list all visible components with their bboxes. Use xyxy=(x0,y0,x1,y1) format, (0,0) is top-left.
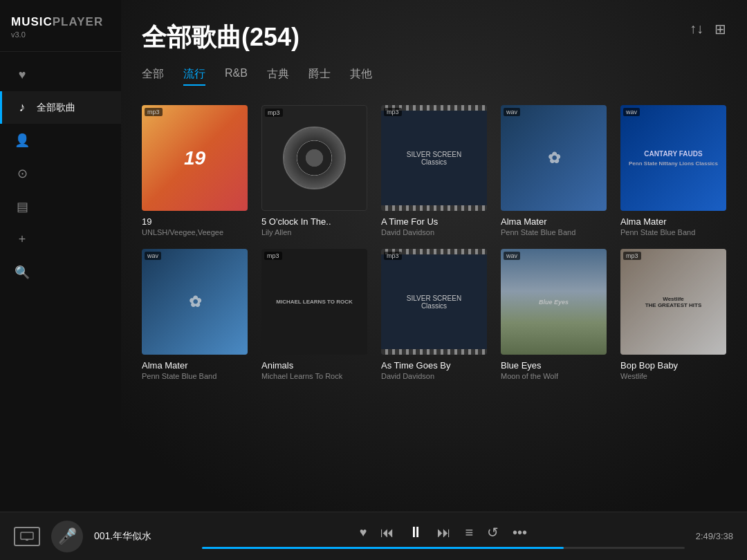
format-badge: mp3 xyxy=(623,252,641,260)
person-icon: 👤 xyxy=(15,133,30,148)
search-icon: 🔍 xyxy=(15,265,30,280)
format-badge: mp3 xyxy=(384,252,402,260)
album-artist: David Davidson xyxy=(381,372,487,380)
app-logo: MUSICPLAYER v3.0 xyxy=(0,0,121,52)
album-title: As Time Goes By xyxy=(381,360,487,371)
disc-icon: ⊙ xyxy=(15,166,30,181)
progress-fill xyxy=(202,547,564,549)
playlist-button[interactable]: ≡ xyxy=(465,525,473,541)
heart-icon: ♥ xyxy=(15,68,30,82)
album-artist: Westlife xyxy=(620,372,726,380)
album-artist: Michael Learns To Rock xyxy=(261,372,367,380)
sidebar: MUSICPLAYER v3.0 ♥ ♪ 全部歌曲 👤 ⊙ ▤ + 🔍 xyxy=(0,0,121,560)
playback-time: 2:49/3:38 xyxy=(696,531,733,541)
album-cover: mp3 xyxy=(261,105,367,211)
album-card[interactable]: wav ✿ Alma Mater Penn State Blue Band xyxy=(501,105,607,236)
album-cover: wav Blue Eyes xyxy=(501,249,607,355)
screen-icon[interactable] xyxy=(14,527,40,546)
album-title: Alma Mater xyxy=(620,216,726,227)
sidebar-item-artists[interactable]: 👤 xyxy=(0,124,121,157)
logo-music: MUSIC xyxy=(11,15,53,28)
album-cover: mp3 WestlifeTHE GREATEST HITS xyxy=(620,249,726,355)
song-info: 001.年华似水 xyxy=(94,530,191,543)
sidebar-item-add[interactable]: + xyxy=(0,223,121,256)
album-title: Animals xyxy=(261,360,367,371)
progress-wrap: ♥ ⏮ ⏸ ⏭ ≡ ↺ ••• xyxy=(202,523,685,549)
filter-tabs: 全部 流行 R&B 古典 爵士 其他 xyxy=(142,67,726,86)
music-note-icon: ♪ xyxy=(15,100,30,115)
album-cover: mp3 MICHAEL LEARNS TO ROCK xyxy=(261,249,367,355)
format-badge: wav xyxy=(623,108,640,116)
album-cover: mp3 19 xyxy=(142,105,248,211)
album-card[interactable]: wav Blue Eyes Blue Eyes Moon of the Wolf xyxy=(501,249,607,380)
tab-classical[interactable]: 古典 xyxy=(267,67,289,86)
svg-rect-0 xyxy=(21,532,33,539)
album-card[interactable]: wav ✿ Alma Mater Penn State Blue Band xyxy=(142,249,248,380)
sidebar-item-search[interactable]: 🔍 xyxy=(0,256,121,289)
song-title: 001.年华似水 xyxy=(94,530,191,543)
sidebar-item-favorites[interactable]: ♥ xyxy=(0,59,121,91)
album-artist: Lily Allen xyxy=(261,228,367,236)
album-card[interactable]: mp3 SILVER SCREENClassics As Time Goes B… xyxy=(381,249,487,380)
playbar: 🎤 001.年华似水 ♥ ⏮ ⏸ ⏭ ≡ ↺ ••• 2:49/3:38 xyxy=(0,512,747,560)
album-cover: wav CANTARY FAUDS Penn State Nittany Lio… xyxy=(620,105,726,211)
playbar-controls: ♥ ⏮ ⏸ ⏭ ≡ ↺ ••• xyxy=(202,523,685,541)
next-button[interactable]: ⏭ xyxy=(437,525,451,541)
repeat-button[interactable]: ↺ xyxy=(487,524,499,541)
album-title: Bop Bop Baby xyxy=(620,360,726,371)
album-card[interactable]: mp3 5 O'clock In The.. Lily Allen xyxy=(261,105,367,236)
album-title: 5 O'clock In The.. xyxy=(261,216,367,227)
playlist-icon: ▤ xyxy=(15,199,30,214)
album-title: Alma Mater xyxy=(501,216,607,227)
more-button[interactable]: ••• xyxy=(513,525,527,541)
album-artist: Moon of the Wolf xyxy=(501,372,607,380)
top-right-controls: ↑↓ ⊞ xyxy=(690,21,726,37)
album-artist: Penn State Blue Band xyxy=(142,372,248,380)
album-card[interactable]: wav CANTARY FAUDS Penn State Nittany Lio… xyxy=(620,105,726,236)
main-content: 全部歌曲(254) 全部 流行 R&B 古典 爵士 其他 mp3 19 19 U… xyxy=(121,0,747,512)
tab-jazz[interactable]: 爵士 xyxy=(308,67,331,86)
album-card[interactable]: mp3 SILVER SCREENClassics A Time For Us … xyxy=(381,105,487,236)
format-badge: mp3 xyxy=(264,252,282,260)
sidebar-all-songs-label: 全部歌曲 xyxy=(37,102,75,114)
tab-all[interactable]: 全部 xyxy=(142,67,164,86)
play-pause-button[interactable]: ⏸ xyxy=(408,523,423,541)
logo-player: PLAYER xyxy=(53,15,103,28)
format-badge: wav xyxy=(504,252,520,260)
album-title: 19 xyxy=(142,216,248,227)
album-artist: Penn State Blue Band xyxy=(501,228,607,236)
album-title: Blue Eyes xyxy=(501,360,607,371)
album-artist: David Davidson xyxy=(381,228,487,236)
now-playing-thumbnail: 🎤 xyxy=(51,521,83,552)
album-title: Alma Mater xyxy=(142,360,248,371)
album-title: A Time For Us xyxy=(381,216,487,227)
previous-button[interactable]: ⏮ xyxy=(380,525,394,541)
album-cover: wav ✿ xyxy=(501,105,607,211)
sort-icon[interactable]: ↑↓ xyxy=(690,21,703,37)
tab-rnb[interactable]: R&B xyxy=(225,67,248,86)
sidebar-item-playlists[interactable]: ▤ xyxy=(0,190,121,223)
add-icon: + xyxy=(15,232,30,247)
album-card[interactable]: mp3 WestlifeTHE GREATEST HITS Bop Bop Ba… xyxy=(620,249,726,380)
sidebar-item-albums[interactable]: ⊙ xyxy=(0,157,121,190)
album-artist: UNLSH/Veegee,Veegee xyxy=(142,228,248,236)
app-version: v3.0 xyxy=(11,30,110,39)
sidebar-nav: ♥ ♪ 全部歌曲 👤 ⊙ ▤ + 🔍 xyxy=(0,52,121,560)
tab-other[interactable]: 其他 xyxy=(350,67,372,86)
progress-bar[interactable] xyxy=(202,547,685,549)
format-badge: mp3 xyxy=(384,108,402,116)
album-cover: mp3 SILVER SCREENClassics xyxy=(381,105,487,211)
favorite-button[interactable]: ♥ xyxy=(360,525,367,540)
album-cover: wav ✿ xyxy=(142,249,248,355)
format-badge: mp3 xyxy=(265,109,283,117)
format-badge: mp3 xyxy=(145,108,163,116)
page-title: 全部歌曲(254) xyxy=(142,21,726,55)
grid-view-icon[interactable]: ⊞ xyxy=(714,21,726,37)
album-card[interactable]: mp3 19 19 UNLSH/Veegee,Veegee xyxy=(142,105,248,236)
album-cover: mp3 SILVER SCREENClassics xyxy=(381,249,487,355)
album-artist: Penn State Blue Band xyxy=(620,228,726,236)
album-grid: mp3 19 19 UNLSH/Veegee,Veegee mp3 5 O'cl… xyxy=(142,105,726,380)
tab-popular[interactable]: 流行 xyxy=(183,67,205,86)
album-card[interactable]: mp3 MICHAEL LEARNS TO ROCK Animals Micha… xyxy=(261,249,367,380)
sidebar-item-all-songs[interactable]: ♪ 全部歌曲 xyxy=(0,91,121,124)
